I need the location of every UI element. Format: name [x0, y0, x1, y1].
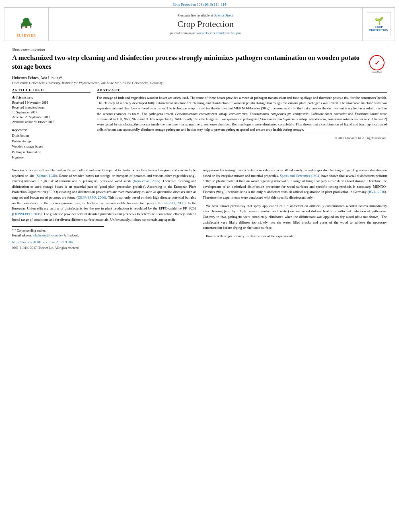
elsevier-logo	[10, 11, 43, 33]
body-para-right-3: Based on these preliminary results the a…	[203, 234, 387, 239]
keyword-disinfection: Disinfection	[12, 133, 90, 139]
ref-kora[interactable]: Kora et al., 2005	[134, 179, 159, 183]
doi-link[interactable]: https://doi.org/10.1016/j.cropro.2017.09…	[12, 240, 104, 245]
two-col-section: Article Info Article history: Received 1…	[12, 88, 387, 160]
journal-homepage: journal homepage: www.elsevier.com/locat…	[170, 31, 241, 35]
ref-schuur[interactable]: Schuur, 1988	[37, 174, 56, 178]
footnote-email: E-mail address: ada.linkies@hs-gm.de (A.…	[12, 233, 104, 238]
ref-oepp2008[interactable]: OEPP/EPPO, 2008	[13, 212, 41, 216]
keyword-wooden: Wooden storage boxes	[12, 144, 90, 150]
elsevier-logo-box: ELSEVIER	[4, 8, 49, 41]
abstract-text: For storage of fruit and vegetables wood…	[97, 95, 387, 132]
ref-bvl[interactable]: BVL, 2016	[369, 190, 385, 194]
affiliation: Hochschule Geisenheim University, Instit…	[12, 81, 387, 85]
svg-point-7	[30, 25, 31, 27]
history-label: Article history:	[12, 95, 90, 99]
keyword-potato: Potato storage	[12, 139, 90, 144]
keyword-pathogen: Pathogen elimination	[12, 150, 90, 155]
body-left-col: Wooden boxes are still widely used in th…	[12, 168, 196, 251]
crossmark-label: CrossMark	[372, 71, 383, 73]
journal-ref: Crop Protection 103 (2018) 111–114	[173, 2, 226, 6]
copyright-line: © 2017 Elsevier Ltd. All rights reserved…	[97, 135, 387, 140]
keywords-label: Keywords:	[12, 128, 90, 132]
svg-point-5	[21, 26, 23, 27]
journal-header: Crop Protection 103 (2018) 111–114	[0, 0, 399, 43]
body-para-right-2: We have shown previously that spray appl…	[203, 203, 387, 231]
footnote-star: * * Corresponding author.	[12, 228, 104, 233]
article-info-label: Article Info	[12, 88, 90, 93]
svg-rect-6	[21, 27, 22, 29]
body-para-right-1: suggestions for testing disinfectants on…	[203, 168, 387, 201]
history-online: Available online 9 October 2017	[12, 120, 90, 125]
history-revised-label: Received in revised form	[12, 105, 90, 110]
body-two-col: Wooden boxes are still widely used in th…	[12, 168, 387, 251]
elsevier-tree-icon	[17, 15, 35, 29]
ref-oepp2006b[interactable]: OEPP/EPPO, 2006	[157, 201, 185, 205]
crossmark-box: ✓ CrossMark	[367, 53, 387, 73]
both-pathogens-text: Both pathogens	[232, 122, 254, 126]
authors: Hubertus Fehres, Ada Linkies*	[12, 76, 387, 80]
contents-line: Contents lists available at ScienceDirec…	[178, 13, 233, 17]
keyword-hygiene: Hygiene	[12, 155, 90, 160]
ref-oepp2006a[interactable]: OEPP/EPPO, 2006	[78, 195, 105, 199]
crop-logo-text: CROPPROTECTION	[369, 25, 388, 32]
ref-spotts[interactable]: Spotts and Cervantes (1994)	[280, 174, 321, 178]
journal-title: Crop Protection	[177, 19, 234, 29]
main-body: Wooden boxes are still widely used in th…	[0, 164, 399, 255]
article-content: Short communication A mechanized two-ste…	[0, 43, 399, 164]
abstract-label: Abstract	[97, 88, 387, 93]
crossmark-icon: ✓	[369, 55, 385, 70]
history-revised-date: 15 September 2017	[12, 110, 90, 115]
article-info-col: Article Info Article history: Received 1…	[12, 88, 90, 160]
abstract-col: Abstract For storage of fruit and vegeta…	[97, 88, 387, 160]
footnote-section: * * Corresponding author. E-mail address…	[12, 226, 104, 251]
history-received: Received 1 November 2016	[12, 101, 90, 105]
history-accepted: Accepted 25 September 2017	[12, 115, 90, 120]
crop-logo-box: 🌱 CROPPROTECTION	[362, 8, 395, 41]
page: Crop Protection 103 (2018) 111–114	[0, 0, 399, 532]
sciencedirect-link[interactable]: ScienceDirect	[214, 13, 233, 17]
elsevier-label: ELSEVIER	[16, 34, 36, 37]
body-right-col: suggestions for testing disinfectants on…	[203, 168, 387, 251]
crop-logo-img: 🌱 CROPPROTECTION	[367, 12, 391, 36]
svg-point-4	[23, 18, 30, 22]
article-title-row: A mechanized two-step cleaning and disin…	[12, 53, 387, 73]
footnote-email-link[interactable]: ada.linkies@hs-gm.de	[33, 234, 62, 237]
short-comm-label: Short communication	[12, 46, 387, 52]
journal-homepage-link[interactable]: www.elsevier.com/locate/cropro	[197, 31, 241, 35]
header-center: Contents lists available at ScienceDirec…	[49, 8, 362, 41]
header-box: ELSEVIER Contents lists available at Sci…	[4, 7, 395, 41]
svg-rect-8	[31, 27, 31, 28]
crop-logo-icon: 🌱	[374, 16, 383, 25]
article-title: A mechanized two-step cleaning and disin…	[12, 53, 367, 71]
issn-text: 0261-2194/© 2017 Elsevier Ltd. All right…	[12, 246, 104, 251]
body-para-1: Wooden boxes are still widely used in th…	[12, 168, 196, 222]
